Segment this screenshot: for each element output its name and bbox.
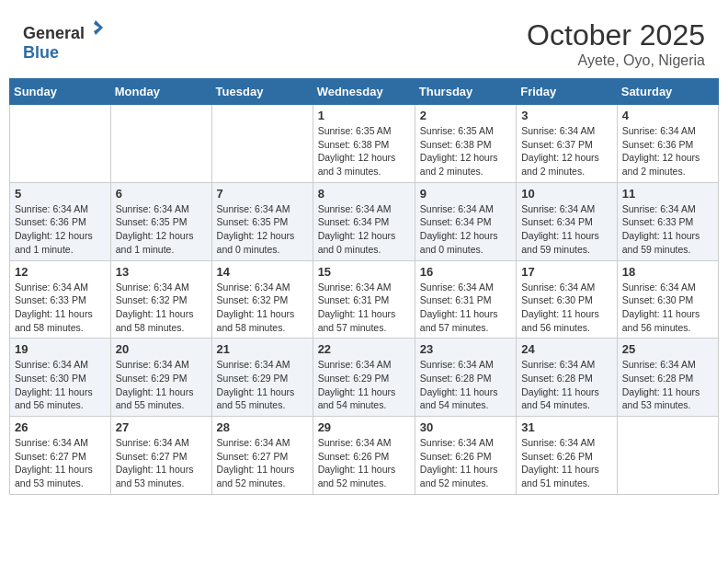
day-info-line: Sunset: 6:36 PM <box>622 139 694 150</box>
calendar-cell: 6Sunrise: 6:34 AMSunset: 6:35 PMDaylight… <box>110 182 211 260</box>
header-tuesday: Tuesday <box>211 79 313 105</box>
day-info-line: Sunrise: 6:34 AM <box>420 282 494 293</box>
day-info: Sunrise: 6:35 AMSunset: 6:38 PMDaylight:… <box>318 124 410 178</box>
day-info-line: Sunrise: 6:34 AM <box>217 282 290 293</box>
day-info-line: Sunset: 6:37 PM <box>521 139 593 150</box>
day-info-line: Sunset: 6:31 PM <box>318 294 390 305</box>
header-sunday: Sunday <box>10 79 111 105</box>
day-info-line: Daylight: 11 hours and 54 minutes. <box>521 386 599 411</box>
calendar-cell: 3Sunrise: 6:34 AMSunset: 6:37 PMDaylight… <box>517 105 618 183</box>
day-number: 4 <box>622 109 713 122</box>
day-info-line: Sunrise: 6:34 AM <box>116 282 189 293</box>
day-info-line: Daylight: 11 hours and 57 minutes. <box>318 308 396 333</box>
day-number: 31 <box>521 420 612 434</box>
day-info-line: Sunrise: 6:34 AM <box>116 203 189 214</box>
day-info-line: Sunset: 6:30 PM <box>15 373 86 384</box>
day-info: Sunrise: 6:34 AMSunset: 6:27 PMDaylight:… <box>15 436 106 490</box>
day-info-line: Sunrise: 6:34 AM <box>116 359 189 370</box>
day-info-line: Daylight: 11 hours and 54 minutes. <box>420 386 498 411</box>
day-number: 1 <box>318 109 410 122</box>
day-info-line: Daylight: 11 hours and 55 minutes. <box>217 386 295 411</box>
day-info: Sunrise: 6:34 AMSunset: 6:29 PMDaylight:… <box>116 358 207 412</box>
day-info-line: Daylight: 11 hours and 51 minutes. <box>521 464 599 488</box>
day-info-line: Sunset: 6:38 PM <box>318 139 390 150</box>
calendar-cell: 15Sunrise: 6:34 AMSunset: 6:31 PMDayligh… <box>313 260 415 339</box>
day-info-line: Sunrise: 6:34 AM <box>420 437 494 448</box>
day-info-line: Sunset: 6:29 PM <box>318 373 390 384</box>
calendar-cell: 7Sunrise: 6:34 AMSunset: 6:35 PMDaylight… <box>211 182 313 260</box>
calendar-header-row: SundayMondayTuesdayWednesdayThursdayFrid… <box>10 79 719 105</box>
day-info: Sunrise: 6:34 AMSunset: 6:31 PMDaylight:… <box>318 281 410 335</box>
day-number: 22 <box>318 342 410 356</box>
day-number: 14 <box>217 265 308 279</box>
calendar-cell: 31Sunrise: 6:34 AMSunset: 6:26 PMDayligh… <box>517 417 618 495</box>
day-number: 23 <box>420 342 511 356</box>
calendar-cell <box>211 105 313 183</box>
day-info-line: Sunrise: 6:34 AM <box>217 359 290 370</box>
day-info-line: Sunset: 6:35 PM <box>217 216 289 227</box>
day-info-line: Sunset: 6:27 PM <box>217 451 289 462</box>
calendar-cell: 28Sunrise: 6:34 AMSunset: 6:27 PMDayligh… <box>211 417 313 495</box>
day-info-line: Sunset: 6:33 PM <box>15 294 86 305</box>
day-info-line: Sunrise: 6:34 AM <box>521 125 595 136</box>
day-info: Sunrise: 6:34 AMSunset: 6:26 PMDaylight:… <box>420 436 511 490</box>
day-info-line: Sunset: 6:35 PM <box>116 216 188 227</box>
day-info-line: Daylight: 12 hours and 2 minutes. <box>521 152 599 177</box>
calendar-cell: 21Sunrise: 6:34 AMSunset: 6:29 PMDayligh… <box>211 339 313 417</box>
day-info-line: Daylight: 11 hours and 56 minutes. <box>521 308 599 333</box>
day-info-line: Sunrise: 6:34 AM <box>318 359 392 370</box>
calendar-cell: 9Sunrise: 6:34 AMSunset: 6:34 PMDaylight… <box>415 182 516 260</box>
day-info-line: Daylight: 11 hours and 53 minutes. <box>116 464 194 488</box>
day-info-line: Sunset: 6:27 PM <box>15 451 86 462</box>
day-info: Sunrise: 6:35 AMSunset: 6:38 PMDaylight:… <box>420 124 511 178</box>
day-number: 21 <box>217 342 308 356</box>
day-info: Sunrise: 6:34 AMSunset: 6:30 PMDaylight:… <box>521 281 612 335</box>
calendar-week-row: 1Sunrise: 6:35 AMSunset: 6:38 PMDaylight… <box>10 105 719 183</box>
day-info-line: Sunrise: 6:34 AM <box>622 203 696 214</box>
header-thursday: Thursday <box>415 79 516 105</box>
day-info-line: Sunset: 6:32 PM <box>217 294 289 305</box>
day-info-line: Sunset: 6:32 PM <box>116 294 188 305</box>
day-info-line: Daylight: 12 hours and 0 minutes. <box>420 230 498 255</box>
logo-blue: Blue <box>23 43 59 62</box>
day-info-line: Sunrise: 6:34 AM <box>521 203 595 214</box>
day-number: 5 <box>15 187 106 201</box>
logo: General Blue <box>23 18 105 63</box>
day-info-line: Sunrise: 6:34 AM <box>318 203 392 214</box>
calendar-cell: 23Sunrise: 6:34 AMSunset: 6:28 PMDayligh… <box>415 339 516 417</box>
calendar-cell: 25Sunrise: 6:34 AMSunset: 6:28 PMDayligh… <box>617 339 718 417</box>
day-number: 26 <box>15 420 106 434</box>
calendar-cell: 12Sunrise: 6:34 AMSunset: 6:33 PMDayligh… <box>10 260 111 339</box>
day-info-line: Daylight: 12 hours and 1 minute. <box>116 230 194 255</box>
day-info-line: Daylight: 11 hours and 53 minutes. <box>15 464 93 488</box>
calendar-cell: 8Sunrise: 6:34 AMSunset: 6:34 PMDaylight… <box>313 182 415 260</box>
calendar-cell: 22Sunrise: 6:34 AMSunset: 6:29 PMDayligh… <box>313 339 415 417</box>
day-info: Sunrise: 6:34 AMSunset: 6:26 PMDaylight:… <box>521 436 612 490</box>
day-info-line: Sunset: 6:30 PM <box>521 294 593 305</box>
day-info-line: Daylight: 11 hours and 59 minutes. <box>622 230 700 255</box>
calendar-cell: 27Sunrise: 6:34 AMSunset: 6:27 PMDayligh… <box>110 417 211 495</box>
day-info-line: Sunset: 6:34 PM <box>318 216 390 227</box>
day-info-line: Sunrise: 6:34 AM <box>15 282 88 293</box>
day-info: Sunrise: 6:34 AMSunset: 6:26 PMDaylight:… <box>318 436 410 490</box>
day-info: Sunrise: 6:34 AMSunset: 6:32 PMDaylight:… <box>116 281 207 335</box>
logo-text: General Blue <box>23 18 105 63</box>
logo-general: General <box>23 24 85 42</box>
location-title: Ayete, Oyo, Nigeria <box>527 52 705 69</box>
day-info-line: Sunrise: 6:34 AM <box>420 359 494 370</box>
calendar-week-row: 19Sunrise: 6:34 AMSunset: 6:30 PMDayligh… <box>10 339 719 417</box>
calendar-cell: 4Sunrise: 6:34 AMSunset: 6:36 PMDaylight… <box>617 105 718 183</box>
day-number: 11 <box>622 187 713 201</box>
day-info-line: Sunrise: 6:34 AM <box>15 203 88 214</box>
day-info: Sunrise: 6:34 AMSunset: 6:31 PMDaylight:… <box>420 281 511 335</box>
calendar-table: SundayMondayTuesdayWednesdayThursdayFrid… <box>9 78 719 495</box>
day-number: 28 <box>217 420 308 434</box>
calendar-cell: 5Sunrise: 6:34 AMSunset: 6:36 PMDaylight… <box>10 182 111 260</box>
day-info: Sunrise: 6:34 AMSunset: 6:36 PMDaylight:… <box>622 124 713 178</box>
calendar-cell: 19Sunrise: 6:34 AMSunset: 6:30 PMDayligh… <box>10 339 111 417</box>
day-number: 12 <box>15 265 106 279</box>
day-info: Sunrise: 6:34 AMSunset: 6:36 PMDaylight:… <box>15 202 106 257</box>
day-number: 2 <box>420 109 511 122</box>
day-info-line: Sunset: 6:26 PM <box>420 451 492 462</box>
day-info-line: Sunset: 6:27 PM <box>116 451 188 462</box>
